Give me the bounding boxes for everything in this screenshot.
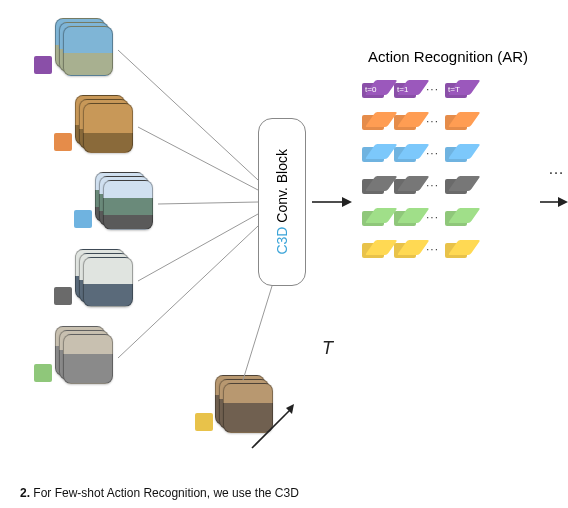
feature-cube: t=1: [394, 80, 420, 98]
feature-cube: [362, 144, 388, 162]
feature-cube: [445, 176, 471, 194]
svg-marker-9: [286, 404, 294, 414]
frame: [63, 26, 113, 76]
query-label: [195, 413, 213, 431]
svg-line-3: [138, 214, 258, 281]
video-stack-5: [55, 326, 115, 386]
feature-cube: [394, 208, 420, 226]
feature-row-purple: t=0 t=1 ··· t=T: [362, 80, 471, 98]
ellipsis: ···: [426, 82, 439, 96]
feature-cube: [394, 176, 420, 194]
class-label-3: [74, 210, 92, 228]
continuation-ellipsis: …: [548, 160, 564, 178]
time-T-label: T: [322, 338, 333, 359]
video-stack-3: [95, 172, 155, 232]
ellipsis: ···: [426, 146, 439, 160]
feature-row-green: ···: [362, 208, 471, 226]
caption-num: 2.: [20, 486, 30, 500]
feature-cube: [445, 112, 471, 130]
feature-row-blue: ···: [362, 144, 471, 162]
svg-marker-7: [342, 197, 352, 207]
svg-marker-11: [558, 197, 568, 207]
query-video-stack: [215, 375, 275, 435]
caption-text: For Few-shot Action Recognition, we use …: [33, 486, 298, 500]
frame: [83, 257, 133, 307]
ellipsis: ···: [426, 210, 439, 224]
c3d-text: C3D: [274, 227, 290, 255]
feature-cube: [445, 240, 471, 258]
feature-cube: [445, 144, 471, 162]
feature-cube: [362, 112, 388, 130]
svg-line-4: [118, 226, 258, 358]
svg-line-5: [243, 286, 272, 380]
feature-cube: [394, 144, 420, 162]
video-stack-4: [75, 249, 135, 309]
block-rest: Conv. Block: [274, 149, 290, 227]
svg-line-2: [158, 202, 258, 204]
feature-cube: t=0: [362, 80, 388, 98]
frame: [223, 383, 273, 433]
ellipsis: ···: [426, 242, 439, 256]
feature-cube: [394, 112, 420, 130]
ellipsis: ···: [426, 178, 439, 192]
frame: [103, 180, 153, 230]
frame: [63, 334, 113, 384]
class-label-5: [34, 364, 52, 382]
video-stack-1: [55, 18, 115, 78]
c3d-conv-block: C3D Conv. Block: [258, 118, 306, 286]
ar-title: Action Recognition (AR): [368, 48, 528, 65]
feature-cube: [362, 240, 388, 258]
feature-cube: [394, 240, 420, 258]
feature-cube: [362, 208, 388, 226]
feature-row-orange: ···: [362, 112, 471, 130]
feature-row-yellow: ···: [362, 240, 471, 258]
feature-cube: [445, 208, 471, 226]
svg-line-0: [118, 50, 258, 180]
frame: [83, 103, 133, 153]
video-stack-2: [75, 95, 135, 155]
block-label: C3D Conv. Block: [274, 149, 290, 255]
ellipsis: ···: [426, 114, 439, 128]
svg-line-1: [138, 127, 258, 190]
feature-cube: t=T: [445, 80, 471, 98]
class-label-2: [54, 133, 72, 151]
feature-cube: [362, 176, 388, 194]
feature-row-gray: ···: [362, 176, 471, 194]
class-label-4: [54, 287, 72, 305]
figure-caption: 2. For Few-shot Action Recognition, we u…: [20, 486, 299, 500]
class-label-1: [34, 56, 52, 74]
